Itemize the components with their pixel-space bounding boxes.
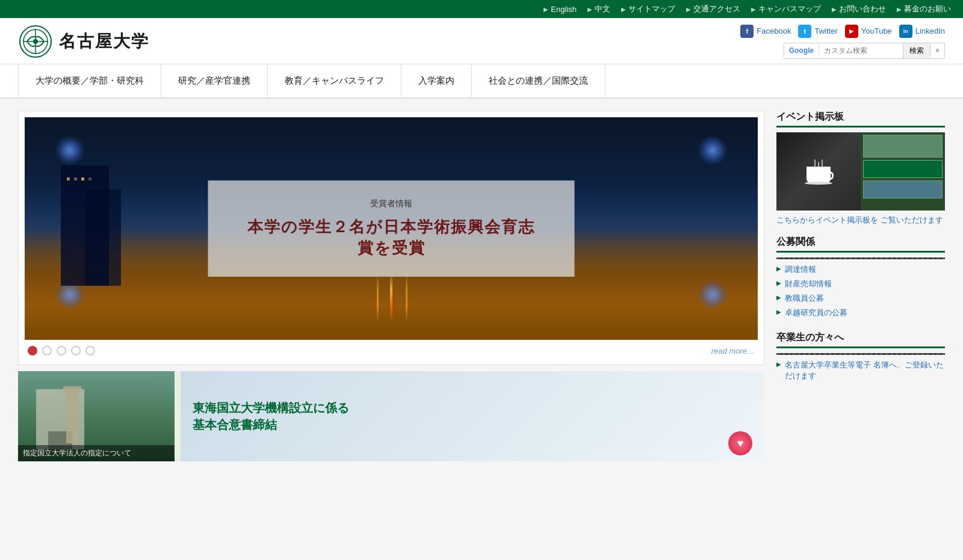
nav-item-education[interactable]: 教育／キャンパスライフ [268,64,401,97]
alumni-item-1: 名古屋大学卒業生等電子 名簿へ、ご登録いただけます [776,360,945,381]
glow-br [698,280,728,310]
twitter-link[interactable]: t Twitter [798,25,837,38]
search-button[interactable]: 検索 [903,43,930,58]
steam-line-2 [818,162,819,167]
news-image-left[interactable]: 指定国立大学法人の指定について [18,371,175,461]
carousel-controls: read more… [25,340,758,358]
facebook-label: Facebook [757,26,791,35]
nav-item-research[interactable]: 研究／産学官連携 [161,64,268,97]
coffee-cup-icon [804,159,834,183]
main-container: 受賞者情報 本学の学生２名が日本学術振興会育志賞を受賞 read more… [0,99,963,473]
sidebar: イベント掲示板 [776,111,945,461]
news-image-right[interactable]: 東海国立大学機構設立に係る 基本合意書締結 ♥ [181,371,764,461]
carousel-subtitle: 受賞者情報 [244,198,539,209]
glow-tl [55,135,85,165]
main-nav: 大学の概要／学部・研究科 研究／産学官連携 教育／キャンパスライフ 入学案内 社… [0,64,963,99]
linkedin-link[interactable]: in LinkedIn [899,25,945,38]
university-name-text: 名古屋大学 [59,30,149,53]
carousel-dot-3[interactable] [57,346,66,355]
alumni-link-1[interactable]: 名古屋大学卒業生等電子 名簿へ、ご登録いただけます [785,360,945,381]
university-logo [18,24,53,59]
svg-point-3 [33,39,38,44]
grants-link-1[interactable]: 調達情報 [785,264,816,275]
header: 名古屋大学 f Facebook t Twitter ▶ YouTube in … [0,18,963,64]
top-link-chinese[interactable]: 中文 [587,4,610,14]
glow-tr [698,135,728,165]
news-left-caption: 指定国立大学法人の指定について [18,445,175,461]
content-area: 受賞者情報 本学の学生２名が日本学術振興会育志賞を受賞 read more… [18,111,764,461]
carousel-overlay: 受賞者情報 本学の学生２名が日本学術振興会育志賞を受賞 [208,180,575,277]
sidebar-alumni: 卒業生の方々へ 名古屋大学卒業生等電子 名簿へ、ご登録いただけます [776,331,945,385]
alumni-list: 名古屋大学卒業生等電子 名簿へ、ご登録いただけます [776,360,945,381]
grants-item-3: 教職員公募 [776,293,945,304]
social-links: f Facebook t Twitter ▶ YouTube in Linked… [740,25,945,38]
steam-line-3 [822,159,823,167]
youtube-link[interactable]: ▶ YouTube [845,25,892,38]
youtube-icon: ▶ [845,25,858,38]
event-board-title: イベント掲示板 [776,111,945,128]
event-thumb-3 [863,180,943,198]
grants-list: 調達情報 財産売却情報 教職員公募 卓越研究員の公募 [776,264,945,319]
event-thumb-2 [863,160,943,178]
search-bar: Google 検索 × [784,43,945,59]
linkedin-label: LinkedIn [915,26,945,35]
search-clear-button[interactable]: × [930,44,944,57]
sidebar-grants: 公募関係 調達情報 財産売却情報 教職員公募 卓越研究員の公募 [776,236,945,322]
steam-line-1 [814,159,816,167]
top-link-donation[interactable]: 募金のお願い [897,4,951,14]
news-right-text: 東海国立大学機構設立に係る 基本合意書締結 [193,399,349,433]
carousel-dot-1[interactable] [28,346,37,355]
top-link-access[interactable]: 交通アクセス [686,4,740,14]
nav-item-social[interactable]: 社会との連携／国際交流 [472,64,605,97]
event-board-image [776,132,945,211]
cup-saucer [805,182,832,185]
event-coffee-image [776,132,861,211]
carousel-dot-4[interactable] [71,346,81,355]
nav-item-about[interactable]: 大学の概要／学部・研究科 [18,64,161,97]
news-block: 指定国立大学法人の指定について 東海国立大学機構設立に係る 基本合意書締結 ♥ [18,371,764,461]
carousel: 受賞者情報 本学の学生２名が日本学術振興会育志賞を受賞 [25,117,758,340]
twitter-label: Twitter [814,26,837,35]
header-right: f Facebook t Twitter ▶ YouTube in Linked… [740,25,945,59]
event-thumbnails [861,132,945,211]
search-input[interactable] [819,44,903,57]
event-board-link[interactable]: こちらからイベント掲示板を ご覧いただけます [776,214,945,226]
carousel-wrapper: 受賞者情報 本学の学生２名が日本学術振興会育志賞を受賞 read more… [18,111,764,365]
linkedin-icon: in [899,25,912,38]
carousel-title: 本学の学生２名が日本学術振興会育志賞を受賞 [244,217,539,259]
top-link-sitemap[interactable]: サイトマップ [621,4,675,14]
cup-handle [826,171,834,180]
grants-title: 公募関係 [776,236,945,253]
top-link-english[interactable]: English [543,5,577,14]
youtube-label: YouTube [861,26,892,35]
carousel-dots [28,346,95,355]
grants-divider [776,257,945,259]
nav-item-admissions[interactable]: 入学案内 [401,64,472,97]
alumni-title: 卒業生の方々へ [776,331,945,348]
facebook-link[interactable]: f Facebook [740,25,791,38]
twitter-icon: t [798,25,811,38]
facebook-icon: f [740,25,754,38]
read-more-link[interactable]: read more… [711,346,755,355]
nav-list: 大学の概要／学部・研究科 研究／産学官連携 教育／キャンパスライフ 入学案内 社… [18,64,945,97]
grants-link-2[interactable]: 財産売却情報 [785,278,832,289]
top-link-campus-map[interactable]: キャンパスマップ [751,4,821,14]
top-link-contact[interactable]: お問い合わせ [832,4,886,14]
news-right-icon: ♥ [728,431,752,455]
grants-link-3[interactable]: 教職員公募 [785,293,824,304]
google-label: Google [784,44,819,57]
event-thumb-1 [863,135,943,158]
carousel-dot-5[interactable] [85,346,95,355]
top-bar: English 中文 サイトマップ 交通アクセス キャンパスマップ お問い合わせ… [0,0,963,18]
sidebar-event-board: イベント掲示板 [776,111,945,226]
carousel-dot-2[interactable] [42,346,52,355]
grants-item-1: 調達情報 [776,264,945,275]
logo-area[interactable]: 名古屋大学 [18,24,149,59]
alumni-divider [776,353,945,355]
grants-item-4: 卓越研究員の公募 [776,307,945,318]
grants-link-4[interactable]: 卓越研究員の公募 [785,307,847,318]
steam-effect [814,159,823,167]
grants-item-2: 財産売却情報 [776,278,945,289]
